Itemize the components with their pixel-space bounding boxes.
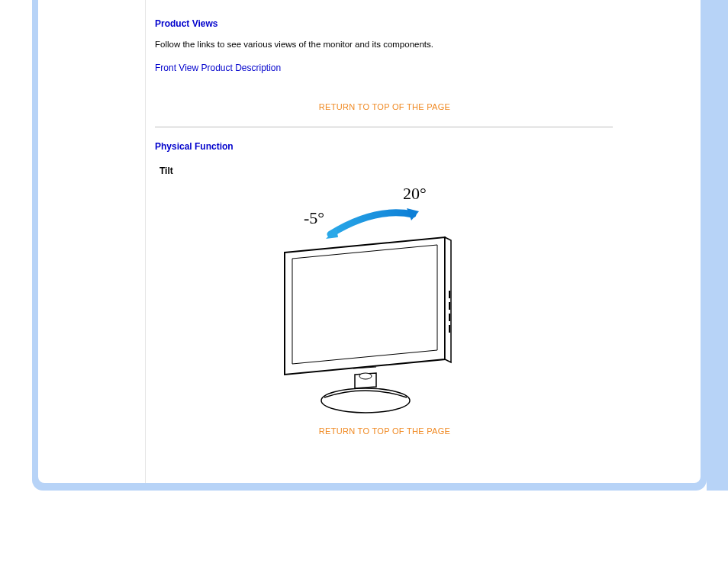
front-view-link[interactable]: Front View Product Description (155, 63, 281, 73)
svg-marker-4 (445, 237, 451, 362)
right-blue-strip (707, 0, 728, 491)
svg-point-8 (321, 388, 410, 413)
svg-point-7 (359, 373, 372, 379)
main-content: Product Views Follow the links to see va… (155, 0, 614, 483)
return-to-top-link-2[interactable]: RETURN TO TOP OF THE PAGE (155, 426, 614, 436)
heading-product-views: Product Views (155, 18, 614, 29)
left-sidebar (38, 0, 146, 483)
monitor-illustration (269, 214, 468, 420)
svg-marker-3 (292, 245, 437, 364)
heading-physical-function: Physical Function (155, 141, 614, 152)
return-to-top-link-1[interactable]: RETURN TO TOP OF THE PAGE (155, 102, 614, 111)
subheading-tilt: Tilt (159, 166, 614, 176)
section-divider (155, 127, 613, 127)
tilt-figure: -5° 20° (155, 184, 614, 413)
product-views-description: Follow the links to see various views of… (155, 40, 614, 49)
